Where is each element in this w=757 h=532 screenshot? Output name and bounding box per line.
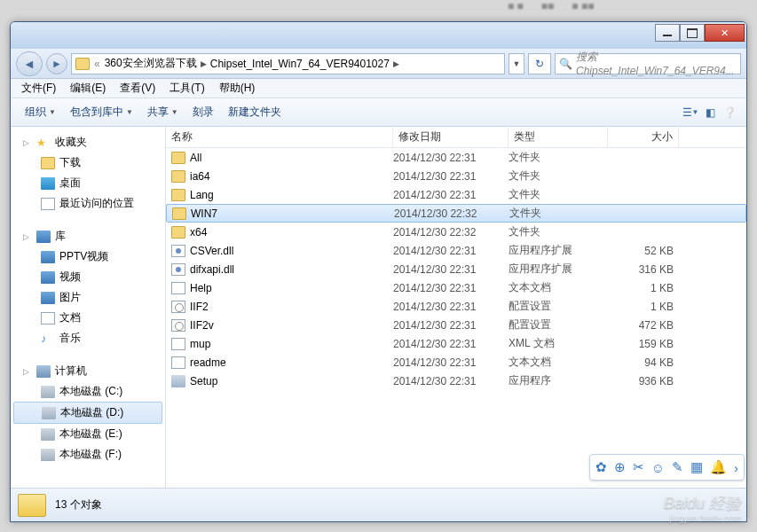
chevron-right-icon[interactable]: ▶ xyxy=(391,59,401,68)
menu-file[interactable]: 文件(F) xyxy=(16,79,61,98)
sidebar-item-downloads[interactable]: 下载 xyxy=(11,153,165,173)
favorites-header[interactable]: ▷★收藏夹 xyxy=(11,132,165,153)
search-icon: 🔍 xyxy=(559,58,572,70)
target-icon[interactable]: ⊕ xyxy=(614,459,626,475)
file-date: 2014/12/30 22:31 xyxy=(393,375,509,387)
fold-icon xyxy=(171,170,185,183)
breadcrumb-segment[interactable]: Chipset_Intel_Win7_64_VER9401027 xyxy=(210,58,390,70)
sidebar-item-drive-f[interactable]: 本地磁盘 (F:) xyxy=(11,444,165,465)
picture-icon xyxy=(41,292,55,304)
file-date: 2014/12/30 22:31 xyxy=(393,338,509,350)
breadcrumb-prefix: « xyxy=(91,58,103,70)
table-row[interactable]: All2014/12/30 22:31文件夹 xyxy=(166,148,746,167)
file-date: 2014/12/30 22:31 xyxy=(393,282,509,294)
video-icon xyxy=(41,251,55,263)
table-row[interactable]: CSVer.dll2014/12/30 22:31应用程序扩展52 KB xyxy=(166,241,746,260)
menu-help[interactable]: 帮助(H) xyxy=(214,79,261,98)
breadcrumb-segment[interactable]: 360安全浏览器下载 xyxy=(105,56,197,71)
file-date: 2014/12/30 22:31 xyxy=(393,319,509,332)
forward-button[interactable]: ► xyxy=(46,53,67,74)
toolbar: 组织▼ 包含到库中▼ 共享▼ 刻录 新建文件夹 ☰ ▼ ◧ ❔ xyxy=(11,98,746,127)
status-count: 13 个对象 xyxy=(55,497,102,512)
file-name: x64 xyxy=(190,226,207,239)
smile-icon[interactable]: ☺ xyxy=(651,460,665,475)
expand-icon: ▷ xyxy=(23,138,32,147)
file-date: 2014/12/30 22:31 xyxy=(393,356,509,369)
table-row[interactable]: mup2014/12/30 22:31XML 文档159 KB xyxy=(166,334,746,353)
file-date: 2014/12/30 22:31 xyxy=(393,170,509,183)
file-size: 936 KB xyxy=(608,375,679,387)
column-type[interactable]: 类型 xyxy=(509,126,608,148)
column-size[interactable]: 大小 xyxy=(608,126,679,148)
drive-icon xyxy=(41,428,55,441)
file-size: 1 KB xyxy=(608,282,679,294)
table-row[interactable]: ia642014/12/30 22:31文件夹 xyxy=(166,167,746,185)
table-row[interactable]: difxapi.dll2014/12/30 22:31应用程序扩展316 KB xyxy=(166,260,746,278)
preview-pane-button[interactable]: ◧ xyxy=(700,103,720,122)
file-date: 2014/12/30 22:31 xyxy=(393,263,509,276)
sidebar-item-drive-e[interactable]: 本地磁盘 (E:) xyxy=(11,424,165,444)
view-options-button[interactable]: ☰ ▼ xyxy=(681,103,700,122)
menu-edit[interactable]: 编辑(E) xyxy=(65,79,111,98)
chevron-right-icon[interactable]: › xyxy=(734,460,738,475)
close-button[interactable] xyxy=(705,24,745,42)
new-folder-button[interactable]: 新建文件夹 xyxy=(221,101,288,123)
table-row[interactable]: IIF22014/12/30 22:31配置设置1 KB xyxy=(166,297,746,316)
column-headers: 名称 修改日期 类型 大小 xyxy=(166,127,746,148)
sidebar-item-pictures[interactable]: 图片 xyxy=(11,287,165,308)
sidebar-item-music[interactable]: ♪音乐 xyxy=(11,328,165,348)
include-library-button[interactable]: 包含到库中▼ xyxy=(63,101,140,123)
file-type: XML 文档 xyxy=(509,336,608,351)
file-name: Help xyxy=(190,282,212,294)
recent-icon xyxy=(41,198,55,210)
sidebar-item-videos[interactable]: 视频 xyxy=(11,267,165,287)
refresh-button[interactable]: ↻ xyxy=(528,53,551,74)
file-date: 2014/12/30 22:32 xyxy=(393,226,509,239)
menu-tools[interactable]: 工具(T) xyxy=(164,79,209,98)
paw-icon[interactable]: ✿ xyxy=(595,459,607,475)
file-name: difxapi.dll xyxy=(190,263,234,276)
column-name[interactable]: 名称 xyxy=(166,126,393,148)
back-button[interactable]: ◄ xyxy=(16,51,43,76)
libraries-header[interactable]: ▷库 xyxy=(11,226,165,246)
table-row[interactable]: IIF2v2014/12/30 22:31配置设置472 KB xyxy=(166,316,746,334)
organize-button[interactable]: 组织▼ xyxy=(18,101,63,123)
minimize-button[interactable] xyxy=(655,24,680,42)
sidebar-item-pptv[interactable]: PPTV视频 xyxy=(11,246,165,267)
help-button[interactable]: ❔ xyxy=(720,103,739,122)
sidebar-item-drive-c[interactable]: 本地磁盘 (C:) xyxy=(11,381,165,402)
watermark: Baidu 经验 jingyan.baidu.com xyxy=(664,492,741,523)
menu-view[interactable]: 查看(V) xyxy=(114,79,161,98)
chevron-down-icon: ▼ xyxy=(49,108,56,116)
file-type: 文件夹 xyxy=(509,150,608,165)
sidebar-item-desktop[interactable]: 桌面 xyxy=(11,173,165,193)
search-input[interactable]: 🔍 搜索 Chipset_Intel_Win7_64_VER94... xyxy=(555,53,741,74)
burn-button[interactable]: 刻录 xyxy=(185,101,221,123)
pencil-icon[interactable]: ✎ xyxy=(672,459,683,475)
file-type: 应用程序扩展 xyxy=(509,262,608,277)
share-button[interactable]: 共享▼ xyxy=(140,101,185,123)
table-row[interactable]: Lang2014/12/30 22:31文件夹 xyxy=(166,185,746,204)
scissors-icon[interactable]: ✂ xyxy=(633,459,644,475)
bell-icon[interactable]: 🔔 xyxy=(710,459,727,475)
table-row[interactable]: readme2014/12/30 22:31文本文档94 KB xyxy=(166,353,746,372)
computer-header[interactable]: ▷计算机 xyxy=(11,361,165,381)
table-row[interactable]: Help2014/12/30 22:31文本文档1 KB xyxy=(166,278,746,297)
table-row[interactable]: WIN72014/12/30 22:32文件夹 xyxy=(166,204,746,223)
table-row[interactable]: Setup2014/12/30 22:31应用程序936 KB xyxy=(166,372,746,390)
file-date: 2014/12/30 22:31 xyxy=(393,189,509,201)
maximize-button[interactable] xyxy=(680,24,705,42)
chevron-right-icon[interactable]: ▶ xyxy=(199,59,209,68)
file-type: 文件夹 xyxy=(509,224,608,239)
sidebar-item-recent[interactable]: 最近访问的位置 xyxy=(11,193,165,214)
calendar-icon[interactable]: ▦ xyxy=(690,459,703,475)
sidebar-item-drive-d[interactable]: 本地磁盘 (D:) xyxy=(13,402,162,424)
address-bar: ◄ ► « 360安全浏览器下载 ▶ Chipset_Intel_Win7_64… xyxy=(11,49,746,79)
breadcrumb[interactable]: « 360安全浏览器下载 ▶ Chipset_Intel_Win7_64_VER… xyxy=(71,53,505,74)
column-date[interactable]: 修改日期 xyxy=(393,126,509,148)
file-name: IIF2v xyxy=(190,319,214,332)
sidebar-item-documents[interactable]: 文档 xyxy=(11,308,165,328)
table-row[interactable]: x642014/12/30 22:32文件夹 xyxy=(166,223,746,241)
file-name: CSVer.dll xyxy=(190,245,233,257)
chevron-down-icon[interactable]: ▼ xyxy=(509,53,524,74)
